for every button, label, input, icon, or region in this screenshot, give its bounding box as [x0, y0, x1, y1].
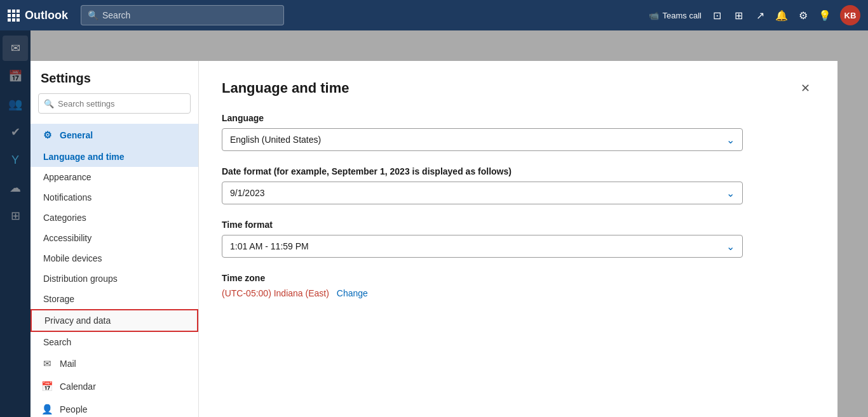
- share-icon[interactable]: ↗: [754, 9, 766, 22]
- subnav-search[interactable]: Search: [31, 332, 198, 352]
- language-select[interactable]: English (United States) ⌄: [222, 128, 743, 151]
- app-logo[interactable]: Outlook: [8, 9, 68, 22]
- people-icon: 👤: [41, 403, 53, 416]
- nav-item-calendar[interactable]: 📅 Calendar: [31, 375, 198, 398]
- help-icon[interactable]: 💡: [818, 9, 831, 22]
- search-icon: 🔍: [88, 10, 98, 20]
- date-format-select[interactable]: 9/1/2023 ⌄: [222, 182, 743, 204]
- subnav-label-appearance: Appearance: [43, 172, 92, 182]
- nav-label-general: General: [60, 130, 93, 140]
- subnav-label-mobile-devices: Mobile devices: [43, 253, 102, 263]
- subnav-categories[interactable]: Categories: [31, 208, 198, 228]
- timezone-section: Time zone (UTC-05:00) Indiana (East) Cha…: [222, 273, 815, 298]
- apps-icon[interactable]: ⊞: [732, 9, 745, 22]
- time-format-value: 1:01 AM - 11:59 PM: [230, 241, 309, 251]
- subnav-accessibility[interactable]: Accessibility: [31, 228, 198, 248]
- date-format-value: 9/1/2023: [230, 188, 265, 198]
- subnav-storage[interactable]: Storage: [31, 289, 198, 309]
- calendar-icon: 📅: [41, 380, 53, 393]
- topbar: Outlook 🔍 Search 📹 Teams call ⊡ ⊞ ↗ 🔔 ⚙ …: [0, 0, 868, 30]
- content-title: Language and time: [222, 80, 349, 96]
- settings-gear-icon[interactable]: ⚙: [797, 9, 810, 22]
- settings-panel: Settings 🔍 ⚙ General Language and time A…: [31, 61, 837, 417]
- language-dropdown-arrow: ⌄: [726, 134, 735, 146]
- language-value: English (United States): [230, 135, 321, 145]
- app-name: Outlook: [25, 9, 68, 22]
- content-header: Language and time ✕: [222, 79, 815, 98]
- subnav-label-language-and-time: Language and time: [43, 152, 125, 162]
- settings-overlay: Settings 🔍 ⚙ General Language and time A…: [0, 30, 868, 417]
- subnav-privacy-and-data[interactable]: Privacy and data: [31, 309, 198, 332]
- nav-item-people[interactable]: 👤 People: [31, 398, 198, 417]
- search-placeholder: Search: [102, 10, 130, 20]
- language-section: Language English (United States) ⌄: [222, 113, 815, 151]
- time-format-section: Time format 1:01 AM - 11:59 PM ⌄: [222, 220, 815, 258]
- mail-icon: ✉: [41, 357, 53, 370]
- teams-call-label: Teams call: [663, 11, 702, 20]
- nav-label-people: People: [60, 404, 88, 414]
- subnav-language-and-time[interactable]: Language and time: [31, 147, 198, 167]
- subnav-mobile-devices[interactable]: Mobile devices: [31, 248, 198, 268]
- main-area: ✉ 📅 👥 ✔ Y ☁ ⊞ 📁 Conversation ... A Appro…: [0, 30, 868, 417]
- waffle-icon[interactable]: [8, 10, 20, 22]
- date-format-label: Date format (for example, September 1, 2…: [222, 166, 815, 176]
- settings-content: Language and time ✕ Language English (Un…: [199, 61, 837, 417]
- nav-item-mail[interactable]: ✉ Mail: [31, 352, 198, 375]
- settings-nav: Settings 🔍 ⚙ General Language and time A…: [31, 61, 199, 417]
- notifications-bell-icon[interactable]: 🔔: [775, 9, 788, 22]
- subnav-label-distribution-groups: Distribution groups: [43, 274, 118, 284]
- time-format-dropdown-arrow: ⌄: [726, 241, 735, 253]
- language-label: Language: [222, 113, 815, 123]
- timezone-change-button[interactable]: Change: [337, 288, 368, 298]
- nav-label-mail: Mail: [60, 359, 76, 369]
- time-format-label: Time format: [222, 220, 815, 230]
- settings-search-icon: 🔍: [44, 99, 54, 109]
- subnav-distribution-groups[interactable]: Distribution groups: [31, 268, 198, 289]
- settings-search-box[interactable]: 🔍: [38, 93, 191, 114]
- timezone-row: (UTC-05:00) Indiana (East) Change: [222, 288, 815, 298]
- general-icon: ⚙: [41, 129, 53, 142]
- subnav-label-categories: Categories: [43, 213, 86, 223]
- date-format-section: Date format (for example, September 1, 2…: [222, 166, 815, 204]
- global-search[interactable]: 🔍 Search: [81, 5, 284, 25]
- video-icon: 📹: [649, 11, 659, 20]
- topbar-actions: 📹 Teams call ⊡ ⊞ ↗ 🔔 ⚙ 💡 KB: [649, 5, 860, 25]
- settings-search-input[interactable]: [58, 99, 185, 109]
- subnav-notifications[interactable]: Notifications: [31, 187, 198, 208]
- subnav-label-storage: Storage: [43, 294, 74, 304]
- nav-item-general[interactable]: ⚙ General: [31, 124, 198, 147]
- present-icon[interactable]: ⊡: [710, 9, 723, 22]
- date-format-dropdown-arrow: ⌄: [726, 187, 735, 199]
- close-button[interactable]: ✕: [796, 79, 815, 98]
- subnav-label-notifications: Notifications: [43, 192, 92, 202]
- settings-title: Settings: [31, 71, 198, 93]
- subnav-appearance[interactable]: Appearance: [31, 167, 198, 187]
- timezone-label: Time zone: [222, 273, 815, 283]
- subnav-label-accessibility: Accessibility: [43, 233, 92, 243]
- nav-label-calendar: Calendar: [60, 381, 96, 392]
- time-format-select[interactable]: 1:01 AM - 11:59 PM ⌄: [222, 235, 743, 258]
- subnav-label-privacy-and-data: Privacy and data: [44, 315, 111, 326]
- teams-call-button[interactable]: 📹 Teams call: [649, 11, 702, 20]
- subnav-label-search: Search: [43, 337, 71, 347]
- timezone-value: (UTC-05:00) Indiana (East): [222, 288, 329, 298]
- user-avatar[interactable]: KB: [840, 5, 860, 25]
